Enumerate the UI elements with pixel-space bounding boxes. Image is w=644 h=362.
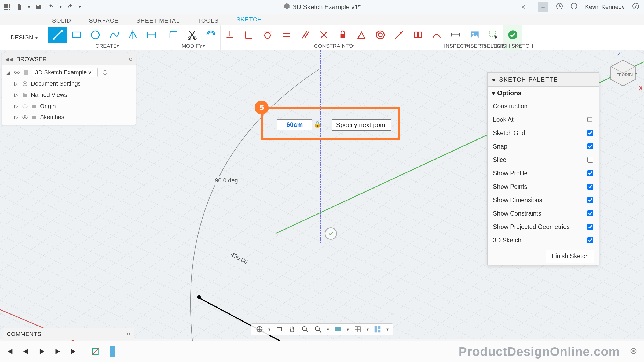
tree-item-origin[interactable]: ▷ Origin bbox=[2, 101, 136, 112]
rectangle-tool[interactable] bbox=[67, 27, 86, 43]
offset-tool[interactable] bbox=[202, 27, 220, 43]
timeline-start-icon[interactable] bbox=[5, 347, 14, 356]
select-tool[interactable] bbox=[484, 27, 503, 43]
orbit-icon[interactable] bbox=[255, 325, 264, 333]
expand-icon[interactable]: ▷ bbox=[14, 92, 19, 98]
snap-checkbox[interactable] bbox=[587, 143, 593, 149]
horizontal-constraint[interactable] bbox=[221, 27, 239, 43]
tree-root[interactable]: ◢ 3D Sketch Example v1 bbox=[2, 67, 136, 78]
new-tab-button[interactable]: ＋ bbox=[538, 2, 548, 12]
chevron-down-icon[interactable] bbox=[352, 43, 354, 49]
collapse-icon[interactable]: ◀◀ bbox=[5, 56, 13, 62]
mirror-tool[interactable] bbox=[123, 27, 142, 43]
zoom-icon[interactable] bbox=[301, 325, 309, 333]
pin-icon[interactable] bbox=[126, 331, 131, 338]
group-constraints-label[interactable]: CONSTRAINTS bbox=[314, 43, 352, 49]
option-3dsketch[interactable]: 3D Sketch bbox=[488, 234, 599, 247]
visibility-icon[interactable] bbox=[22, 114, 28, 120]
pin-icon[interactable] bbox=[129, 58, 132, 61]
extensions-icon[interactable] bbox=[556, 3, 563, 11]
spline-tool[interactable] bbox=[105, 27, 123, 43]
palette-section-options[interactable]: ▾ Options bbox=[488, 87, 599, 99]
group-create-label[interactable]: CREATE bbox=[95, 43, 117, 49]
job-status-icon[interactable] bbox=[570, 3, 577, 11]
view-cube[interactable]: Z X FRONT RIGHT bbox=[607, 56, 639, 88]
option-points[interactable]: Show Points bbox=[488, 180, 599, 193]
redo-icon[interactable] bbox=[67, 3, 74, 11]
group-modify-label[interactable]: MODIFY bbox=[182, 43, 203, 49]
chevron-down-icon[interactable] bbox=[60, 4, 62, 9]
comments-panel[interactable]: COMMENTS bbox=[3, 328, 134, 340]
visibility-icon[interactable] bbox=[14, 69, 20, 76]
active-component-icon[interactable] bbox=[103, 70, 107, 75]
profile-checkbox[interactable] bbox=[587, 170, 593, 176]
finish-sketch-button[interactable] bbox=[503, 27, 522, 43]
tab-solid[interactable]: SOLID bbox=[51, 16, 72, 26]
tab-surface[interactable]: SURFACE bbox=[88, 16, 120, 26]
chevron-down-icon[interactable] bbox=[79, 4, 81, 9]
tab-tools[interactable]: TOOLS bbox=[196, 16, 220, 26]
collapse-icon[interactable]: ● bbox=[492, 76, 496, 83]
timeline-play-icon[interactable] bbox=[37, 347, 46, 356]
expand-icon[interactable]: ▷ bbox=[14, 81, 19, 87]
tree-item-sketches[interactable]: ▷ Sketches bbox=[2, 112, 136, 123]
fillet-tool[interactable] bbox=[164, 27, 183, 43]
option-profile[interactable]: Show Profile bbox=[488, 167, 599, 180]
palette-finish-button[interactable]: Finish Sketch bbox=[546, 250, 594, 263]
tab-sketch[interactable]: SKETCH bbox=[235, 14, 263, 26]
group-inspect-label[interactable]: INSPECT bbox=[444, 43, 467, 49]
workspace-switcher[interactable]: DESIGN bbox=[0, 25, 48, 50]
help-icon[interactable]: ? bbox=[632, 3, 639, 11]
visibility-icon[interactable] bbox=[22, 103, 28, 109]
insert-image-tool[interactable] bbox=[465, 27, 484, 43]
dimensions-checkbox[interactable] bbox=[587, 197, 593, 203]
grid-settings-icon[interactable] bbox=[354, 325, 362, 333]
option-constraints[interactable]: Show Constraints bbox=[488, 207, 599, 220]
fix-constraint[interactable] bbox=[333, 27, 352, 43]
trim-tool[interactable] bbox=[183, 27, 202, 43]
chevron-down-icon[interactable] bbox=[327, 327, 329, 332]
option-lookat[interactable]: Look At bbox=[488, 113, 599, 126]
lookat-icon[interactable] bbox=[275, 325, 283, 333]
timeline-prev-icon[interactable] bbox=[21, 347, 30, 356]
user-name[interactable]: Kevin Kennedy bbox=[585, 3, 625, 10]
chevron-down-icon[interactable] bbox=[347, 327, 349, 332]
tab-sheetmetal[interactable]: SHEET METAL bbox=[135, 16, 181, 26]
line-tool[interactable] bbox=[48, 27, 67, 43]
tree-item-doc-settings[interactable]: ▷ Document Settings bbox=[2, 78, 136, 89]
timeline-settings-icon[interactable] bbox=[630, 347, 638, 356]
constraints-checkbox[interactable] bbox=[587, 210, 593, 216]
vertical-constraint[interactable] bbox=[239, 27, 258, 43]
midpoint-constraint[interactable] bbox=[352, 27, 371, 43]
dimension-tool[interactable] bbox=[142, 27, 161, 43]
chevron-down-icon[interactable] bbox=[268, 327, 270, 332]
projected-checkbox[interactable] bbox=[587, 224, 593, 230]
group-insert-label[interactable]: INSERT bbox=[465, 43, 485, 49]
expand-icon[interactable]: ▷ bbox=[14, 114, 19, 120]
circle-tool[interactable] bbox=[86, 27, 105, 43]
group-finish-label[interactable]: FINISH SKETCH bbox=[492, 43, 533, 49]
browser-header[interactable]: ◀◀ BROWSER bbox=[2, 53, 136, 65]
concentric-constraint[interactable] bbox=[371, 27, 390, 43]
equal-constraint[interactable] bbox=[277, 27, 296, 43]
option-grid[interactable]: Sketch Grid bbox=[488, 126, 599, 140]
new-file-icon[interactable] bbox=[16, 3, 23, 11]
perpendicular-constraint[interactable] bbox=[314, 27, 333, 43]
3dsketch-checkbox[interactable] bbox=[587, 237, 593, 243]
close-tab-icon[interactable]: × bbox=[516, 3, 530, 11]
zoom-window-icon[interactable] bbox=[314, 325, 322, 333]
grid-checkbox[interactable] bbox=[587, 130, 593, 136]
points-checkbox[interactable] bbox=[587, 184, 593, 190]
measure-tool[interactable] bbox=[446, 27, 465, 43]
timeline-next-icon[interactable] bbox=[53, 347, 62, 356]
tangent-constraint[interactable] bbox=[258, 27, 277, 43]
pan-icon[interactable] bbox=[288, 325, 296, 333]
curvature-constraint[interactable] bbox=[427, 27, 446, 43]
save-icon[interactable] bbox=[35, 3, 42, 11]
expand-icon[interactable]: ▷ bbox=[14, 103, 19, 109]
tree-item-named-views[interactable]: ▷ Named Views bbox=[2, 89, 136, 101]
option-dimensions[interactable]: Show Dimensions bbox=[488, 193, 599, 207]
chevron-down-icon[interactable] bbox=[386, 327, 389, 332]
option-slice[interactable]: Slice bbox=[488, 153, 599, 167]
undo-icon[interactable] bbox=[47, 3, 55, 11]
